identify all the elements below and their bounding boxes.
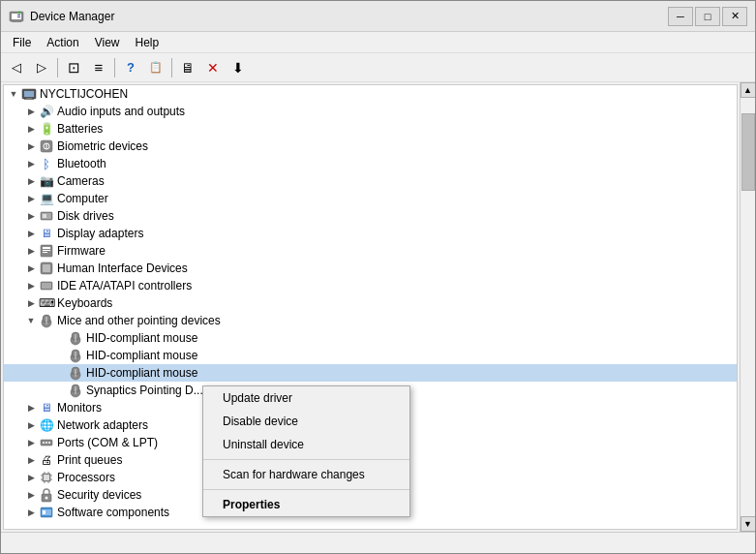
scrollbar-track[interactable] [741, 98, 755, 516]
tree-item-firmware[interactable]: ▶ Firmware [4, 242, 737, 260]
hid-expander[interactable]: ▶ [23, 261, 39, 276]
batteries-icon: 🔋 [39, 121, 54, 137]
update-button[interactable]: ⬇ [227, 56, 250, 79]
tree-item-hid[interactable]: ▶ Human Interface Devices [4, 260, 737, 277]
keyboards-expander[interactable]: ▶ [23, 295, 39, 311]
back-button[interactable]: ◁ [5, 56, 28, 79]
scrollbar-vertical[interactable]: ▲ ▼ [740, 82, 755, 532]
svg-rect-58 [43, 510, 45, 514]
mice-expander[interactable]: ▼ [23, 313, 39, 328]
print-expander[interactable]: ▶ [23, 452, 39, 468]
hid-mouse-3-icon [68, 365, 83, 381]
tree-item-disk[interactable]: ▶ Disk drives [4, 207, 737, 225]
network-icon: 🌐 [39, 417, 54, 433]
title-bar: Device Manager ─ □ ✕ [1, 1, 755, 32]
biometric-label: Biometric devices [57, 139, 148, 153]
tree-item-cameras[interactable]: ▶ 📷 Cameras [4, 172, 737, 190]
app-icon [9, 9, 24, 24]
ctx-update-driver[interactable]: Update driver [203, 386, 409, 410]
menu-view[interactable]: View [87, 34, 128, 51]
toolbar-sep-1 [57, 58, 58, 77]
menu-action[interactable]: Action [39, 34, 86, 51]
root-icon [21, 86, 37, 102]
close-button[interactable]: ✕ [722, 7, 747, 26]
svg-rect-22 [43, 264, 50, 272]
software-expander[interactable]: ▶ [23, 505, 39, 520]
security-expander[interactable]: ▶ [23, 487, 39, 503]
print-icon: 🖨 [39, 452, 54, 468]
main-area: ▼ NYCLTIJCOHEN ▶ 🔊 Audio inputs and outp… [1, 82, 755, 532]
tree-pane[interactable]: ▼ NYCLTIJCOHEN ▶ 🔊 Audio inputs and outp… [3, 84, 738, 530]
forward-button[interactable]: ▷ [30, 56, 53, 79]
scrollbar-up-arrow[interactable]: ▲ [741, 82, 756, 98]
menu-bar: File Action View Help [1, 32, 755, 53]
tree-item-display[interactable]: ▶ 🖥 Display adapters [4, 225, 737, 242]
properties-button[interactable]: 📋 [144, 56, 167, 79]
audio-expander[interactable]: ▶ [23, 104, 39, 119]
menu-help[interactable]: Help [128, 34, 167, 51]
window-title: Device Manager [30, 10, 114, 23]
tree-item-bluetooth[interactable]: ▶ ᛒ Bluetooth [4, 155, 737, 172]
monitors-expander[interactable]: ▶ [23, 400, 39, 416]
cameras-expander[interactable]: ▶ [23, 173, 39, 189]
hid-mouse-1-icon [68, 330, 83, 346]
tree-item-hid-mouse-2[interactable]: ▶ HID-compliant mouse [4, 347, 737, 364]
tree-item-keyboards[interactable]: ▶ ⌨ Keyboards [4, 294, 737, 312]
bluetooth-icon: ᛒ [39, 156, 54, 171]
ctx-disable-device[interactable]: Disable device [203, 410, 409, 433]
tree-item-audio[interactable]: ▶ 🔊 Audio inputs and outputs [4, 103, 737, 120]
scrollbar-down-arrow[interactable]: ▼ [741, 516, 756, 532]
computer-expander[interactable]: ▶ [23, 191, 39, 206]
tree-item-hid-mouse-3[interactable]: ▶ HID-compliant mouse [4, 364, 737, 382]
svg-rect-19 [43, 250, 50, 251]
bluetooth-expander[interactable]: ▶ [23, 156, 39, 171]
device-list-button[interactable]: ≡ [87, 56, 110, 79]
minimize-button[interactable]: ─ [668, 7, 693, 26]
tree-view-button[interactable]: ⊡ [62, 56, 85, 79]
disk-expander[interactable]: ▶ [23, 208, 39, 224]
computer-button[interactable]: 🖥 [176, 56, 199, 79]
ports-label: Ports (COM & LPT) [57, 436, 158, 449]
synaptics-label: Synaptics Pointing D... [86, 384, 203, 397]
maximize-button[interactable]: □ [695, 7, 720, 26]
ide-expander[interactable]: ▶ [23, 278, 39, 293]
ctx-scan-hardware[interactable]: Scan for hardware changes [203, 463, 409, 486]
scrollbar-thumb[interactable] [741, 113, 755, 191]
tree-item-batteries[interactable]: ▶ 🔋 Batteries [4, 120, 737, 138]
ctx-uninstall-device[interactable]: Uninstall device [203, 433, 409, 456]
bluetooth-label: Bluetooth [57, 157, 106, 170]
hid-mouse-2-icon [68, 348, 83, 363]
hid-mouse-1-label: HID-compliant mouse [86, 331, 197, 345]
root-expander[interactable]: ▼ [6, 86, 21, 102]
hid-mouse-3-label: HID-compliant mouse [86, 366, 197, 380]
processors-label: Processors [57, 471, 115, 484]
display-icon: 🖥 [39, 226, 54, 241]
svg-point-43 [48, 442, 50, 444]
ports-expander[interactable]: ▶ [23, 435, 39, 450]
firmware-expander[interactable]: ▶ [23, 243, 39, 259]
menu-file[interactable]: File [5, 34, 39, 51]
display-expander[interactable]: ▶ [23, 226, 39, 241]
svg-rect-10 [24, 99, 34, 100]
software-label: Software components [57, 506, 169, 519]
tree-item-ide[interactable]: ▶ IDE ATA/ATAPI controllers [4, 277, 737, 294]
tree-item-hid-mouse-1[interactable]: ▶ HID-compliant mouse [4, 329, 737, 347]
tree-root[interactable]: ▼ NYCLTIJCOHEN [4, 85, 737, 103]
security-label: Security devices [57, 488, 141, 502]
tree-item-mice[interactable]: ▼ Mice and other pointing devices [4, 312, 737, 329]
mice-label: Mice and other pointing devices [57, 314, 221, 327]
ide-icon [39, 278, 54, 293]
audio-label: Audio inputs and outputs [57, 105, 185, 118]
remove-button[interactable]: ✕ [201, 56, 225, 79]
network-expander[interactable]: ▶ [23, 417, 39, 433]
tree-item-computer[interactable]: ▶ 💻 Computer [4, 190, 737, 207]
firmware-icon [39, 243, 54, 259]
help-button[interactable]: ? [119, 56, 142, 79]
audio-icon: 🔊 [39, 104, 54, 119]
processors-expander[interactable]: ▶ [23, 470, 39, 485]
svg-point-4 [18, 11, 21, 14]
ctx-properties[interactable]: Properties [203, 493, 409, 516]
biometric-expander[interactable]: ▶ [23, 138, 39, 154]
batteries-expander[interactable]: ▶ [23, 121, 39, 137]
tree-item-biometric[interactable]: ▶ Biometric devices [4, 138, 737, 155]
